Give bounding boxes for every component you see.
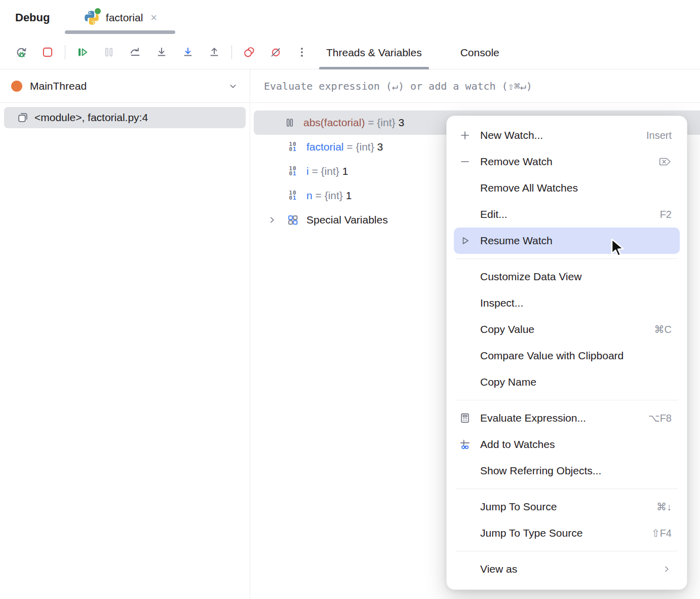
variable-icon: 1001: [289, 142, 296, 152]
resume-program-icon[interactable]: [74, 44, 91, 61]
step-over-icon[interactable]: [127, 44, 144, 61]
variable-text: n = {int} 1: [306, 190, 352, 202]
minus-icon: [459, 156, 471, 168]
menu-item-new-watch[interactable]: New Watch... Insert: [454, 122, 680, 148]
menu-item-remove-all-watches[interactable]: Remove All Watches: [454, 175, 680, 201]
step-out-icon[interactable]: [206, 44, 223, 61]
view-breakpoints-icon[interactable]: [241, 44, 258, 61]
frame-row-module[interactable]: <module>, factorial.py:4: [4, 107, 246, 128]
variable-icon: 1001: [289, 191, 296, 201]
tab-threads-variables[interactable]: Threads & Variables: [319, 35, 429, 69]
tool-window-title: Debug: [15, 11, 50, 24]
menu-item-resume-watch[interactable]: Resume Watch: [454, 228, 680, 254]
menu-separator: [456, 258, 678, 259]
more-options-icon[interactable]: [293, 44, 310, 61]
menu-item-edit[interactable]: Edit... F2: [454, 201, 680, 228]
shortcut-hint: ⇧F4: [651, 527, 672, 539]
menu-separator: [456, 400, 678, 400]
mouse-cursor: [611, 238, 628, 258]
menu-separator: [456, 551, 678, 551]
menu-item-jump-to-source[interactable]: Jump To Source ⌘↓: [454, 494, 680, 520]
frames-panel: MainThread <module>, factorial.py:4: [0, 69, 250, 599]
menu-item-jump-to-type-source[interactable]: Jump To Type Source ⇧F4: [454, 520, 680, 546]
menu-item-copy-name[interactable]: Copy Name: [454, 369, 680, 395]
chevron-down-icon: [227, 81, 239, 92]
menu-item-compare-value-with-clipboard[interactable]: Compare Value with Clipboard: [454, 343, 680, 369]
menu-item-show-referring-objects[interactable]: Show Referring Objects...: [454, 458, 680, 484]
menu-item-evaluate-expression[interactable]: Evaluate Expression... ⌥F8: [454, 405, 680, 431]
stack-frame-icon: [16, 111, 29, 124]
calculator-icon: [459, 412, 471, 424]
frame-label: <module>, factorial.py:4: [34, 111, 148, 124]
delete-key-icon: [658, 156, 672, 167]
tab-console[interactable]: Console: [453, 35, 507, 69]
add-to-watches-icon: [459, 438, 471, 451]
debug-header: Debug factorial ×: [0, 0, 700, 35]
play-icon: [459, 235, 471, 247]
variable-text: i = {int} 1: [306, 165, 348, 177]
menu-item-view-as[interactable]: View as: [454, 556, 680, 582]
mute-breakpoints-icon[interactable]: [267, 44, 284, 61]
watch-context-menu: New Watch... Insert Remove Watch Remove …: [446, 116, 687, 590]
watch-expression-text: abs(factorial) = {int} 3: [303, 117, 404, 129]
step-into-icon[interactable]: [153, 44, 170, 61]
close-icon[interactable]: ×: [150, 11, 157, 24]
submenu-chevron-right-icon: [662, 564, 672, 574]
python-icon: [83, 9, 100, 26]
toolbar-separator: [231, 45, 232, 59]
variable-text: factorial = {int} 3: [306, 141, 383, 153]
menu-item-add-to-watches[interactable]: Add to Watches: [454, 431, 680, 458]
plus-icon: [459, 129, 471, 141]
grid-icon: [287, 214, 299, 226]
thread-selector[interactable]: MainThread: [0, 69, 250, 103]
tab-threads-variables-label: Threads & Variables: [326, 47, 422, 59]
evaluate-expression-input[interactable]: Evaluate expression (↵) or add a watch (…: [251, 69, 700, 103]
shortcut-hint: Insert: [646, 130, 672, 141]
chevron-right-icon[interactable]: [267, 215, 277, 225]
stop-icon[interactable]: [39, 44, 56, 61]
menu-item-copy-value[interactable]: Copy Value ⌘C: [454, 316, 680, 343]
frame-list: <module>, factorial.py:4: [0, 103, 250, 132]
force-step-into-icon[interactable]: [179, 44, 197, 61]
active-tab-underline: [65, 30, 175, 34]
thread-name: MainThread: [30, 80, 227, 92]
menu-separator: [456, 489, 678, 489]
pause-program-icon[interactable]: [100, 44, 118, 61]
shortcut-hint: ⌘C: [654, 323, 672, 335]
session-tab-label: factorial: [106, 12, 143, 24]
thread-status-icon: [11, 81, 22, 92]
shortcut-hint: ⌥F8: [648, 412, 672, 424]
session-tab-factorial[interactable]: factorial ×: [65, 0, 175, 35]
debugger-view-tabs: Threads & Variables Console: [319, 35, 507, 69]
tab-console-label: Console: [460, 47, 499, 59]
running-indicator: [95, 8, 101, 14]
rerun-debug-icon[interactable]: [13, 44, 30, 61]
shortcut-hint: ⌘↓: [656, 501, 672, 513]
menu-item-remove-watch[interactable]: Remove Watch: [454, 148, 680, 175]
variable-icon: 1001: [289, 166, 296, 176]
menu-item-inspect[interactable]: Inspect...: [454, 290, 680, 316]
watch-paused-icon: [284, 117, 296, 129]
group-label: Special Variables: [306, 214, 388, 226]
toolbar-separator: [65, 45, 65, 59]
menu-item-customize-data-view[interactable]: Customize Data View: [454, 264, 680, 290]
debug-tool-window: Debug factorial ×: [0, 0, 700, 599]
shortcut-hint: F2: [660, 209, 672, 220]
